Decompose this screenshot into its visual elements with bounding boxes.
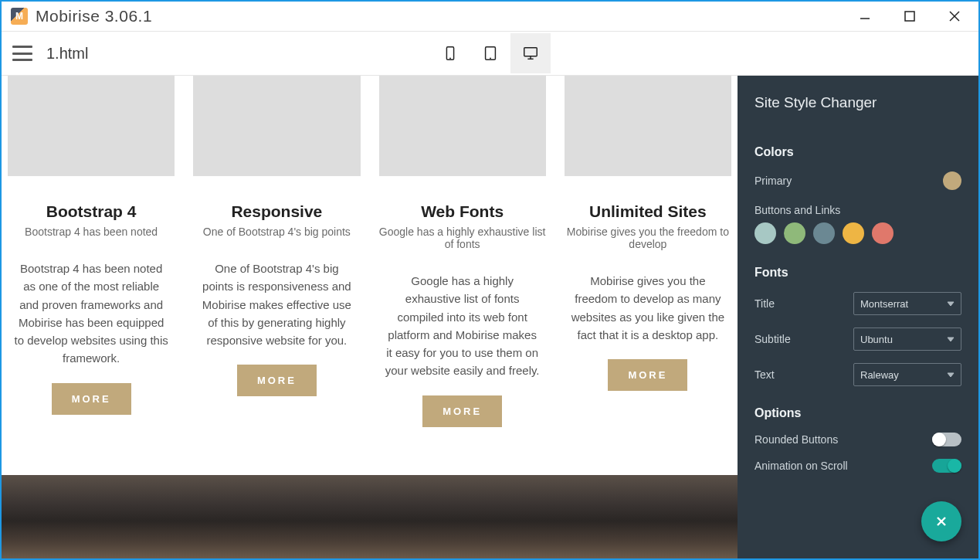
device-tablet-button[interactable] [470,33,510,73]
color-swatch[interactable] [843,222,864,244]
rounded-buttons-label: Rounded Buttons [754,433,838,446]
feature-card: Bootstrap 4 Bootstrap 4 has been noted B… [8,76,175,427]
close-button[interactable] [937,4,972,29]
card-thumbnail [379,76,546,176]
card-title: Bootstrap 4 [8,202,175,221]
card-subtitle: Bootstrap 4 has been noted [8,226,175,238]
svg-rect-8 [524,48,537,56]
minimize-button[interactable] [847,4,883,29]
more-button[interactable]: MORE [422,395,502,427]
card-thumbnail [8,76,175,176]
color-swatch[interactable] [813,222,835,244]
card-title: Web Fonts [379,202,546,221]
font-subtitle-select[interactable]: Ubuntu [853,328,961,351]
titlebar: M Mobirise 3.06.1 [2,2,978,31]
card-subtitle: Google has a highly exhaustive list of f… [379,226,546,250]
device-desktop-button[interactable] [510,33,551,73]
maximize-button[interactable] [892,4,927,29]
font-subtitle-label: Subtitle [754,333,791,345]
card-description: Google has a highly exhaustive list of f… [379,272,546,395]
svg-marker-11 [948,302,954,306]
card-title: Responsive [193,202,360,221]
card-subtitle: One of Bootstrap 4's big points [193,226,360,238]
preview-canvas: Bootstrap 4 Bootstrap 4 has been noted B… [2,76,738,558]
footer-background [2,475,738,558]
chevron-down-icon [947,371,955,378]
panel-title: Site Style Changer [754,94,961,111]
font-text-value: Raleway [860,369,899,381]
fonts-section-label: Fonts [754,266,961,280]
more-button[interactable]: MORE [237,365,317,396]
font-title-select[interactable]: Montserrat [853,292,961,315]
colors-section-label: Colors [754,145,961,159]
card-description: Bootstrap 4 has been noted as one of the… [8,260,175,383]
font-text-select[interactable]: Raleway [853,363,961,386]
close-panel-fab[interactable] [921,501,961,541]
card-thumbnail [193,76,360,176]
card-thumbnail [565,76,731,176]
rounded-buttons-toggle[interactable] [932,433,961,446]
chevron-down-icon [947,300,955,307]
svg-rect-1 [905,12,914,21]
font-title-value: Montserrat [860,298,908,310]
font-title-label: Title [754,297,775,310]
more-button[interactable]: MORE [52,383,131,415]
more-button[interactable]: MORE [608,359,687,391]
card-subtitle: Mobirise gives you the freedom to develo… [565,226,731,250]
font-subtitle-value: Ubuntu [860,334,893,345]
device-mobile-button[interactable] [430,33,470,73]
color-swatch[interactable] [754,222,776,244]
feature-card: Unlimited Sites Mobirise gives you the f… [565,76,731,427]
window-title: Mobirise 3.06.1 [36,7,152,25]
feature-card: Responsive One of Bootstrap 4's big poin… [193,76,360,427]
primary-color-swatch[interactable] [943,171,961,190]
chevron-down-icon [947,335,955,343]
app-logo-icon: M [11,8,28,25]
animation-scroll-toggle[interactable] [932,459,961,473]
card-description: Mobirise gives you the freedom to develo… [565,272,731,359]
animation-scroll-label: Animation on Scroll [754,460,848,472]
svg-marker-12 [948,338,954,341]
card-description: One of Bootstrap 4's big points is respo… [193,260,360,365]
svg-marker-13 [948,373,954,377]
color-swatch[interactable] [784,222,805,244]
style-changer-panel: Site Style Changer Colors Primary Button… [738,76,978,558]
card-title: Unlimited Sites [565,202,731,221]
primary-color-label: Primary [754,175,792,187]
filename-label: 1.html [46,45,88,63]
options-section-label: Options [754,406,961,420]
feature-card: Web Fonts Google has a highly exhaustive… [379,76,546,427]
menu-icon[interactable] [12,46,32,61]
color-swatch[interactable] [872,222,894,244]
buttons-links-label: Buttons and Links [754,204,961,216]
toolbar: 1.html [2,31,978,76]
font-text-label: Text [754,368,775,381]
close-icon [935,515,948,528]
